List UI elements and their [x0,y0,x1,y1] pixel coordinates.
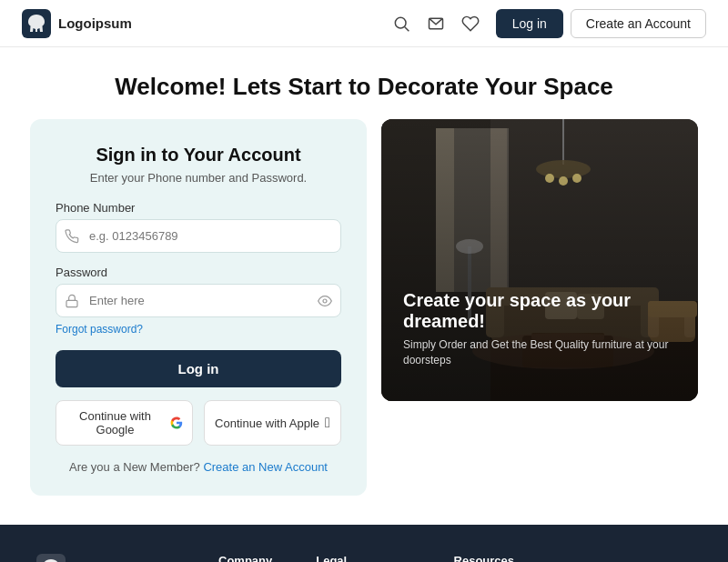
logo-icon [22,9,51,38]
footer-logo: Logoipsum [36,554,182,562]
login-button[interactable]: Log in [496,9,563,38]
login-heading: Sign in to Your Account [56,145,341,166]
forgot-password-link[interactable]: Forgot password? [56,323,341,336]
apple-login-button[interactable]: Continue with Apple  [204,400,341,446]
eye-icon[interactable] [318,294,332,308]
svg-point-5 [323,299,327,303]
footer-brand: Logoipsum Decorate your Space with Us [36,554,182,562]
room-promo-heading: Create your space as your dreamed! [403,290,676,332]
hero-title: Welcome! Lets Start to Decorate Your Spa… [18,73,710,101]
phone-input[interactable] [56,219,341,253]
footer-col-resources: Resources Documentations Papers Events D… [454,554,540,562]
footer-legal-heading: Legal [316,554,410,562]
lock-icon [65,294,79,308]
inbox-icon[interactable] [427,15,445,33]
nav-icons [392,15,480,33]
svg-line-2 [404,26,409,31]
footer-col-company: Company Blog Career Pricing [218,554,272,562]
apple-icon:  [325,415,330,431]
main-content: Sign in to Your Account Enter your Phone… [0,119,728,525]
heart-icon[interactable] [461,15,480,33]
svg-rect-4 [66,300,77,306]
login-main-button[interactable]: Log in [56,350,341,387]
create-new-account-link[interactable]: Create an New Account [203,460,328,474]
footer: Logoipsum Decorate your Space with Us Co… [0,525,728,562]
svg-point-1 [395,17,406,28]
search-icon[interactable] [392,15,410,33]
apple-label: Continue with Apple [215,416,319,430]
google-icon [170,416,183,430]
footer-resources-heading: Resources [454,554,540,562]
footer-logo-icon [36,554,66,562]
login-card: Sign in to Your Account Enter your Phone… [30,119,367,496]
phone-input-wrapper [56,219,341,253]
logo-text: Logoipsum [58,15,132,31]
footer-company-heading: Company [218,554,272,562]
password-input[interactable] [56,284,341,317]
google-login-button[interactable]: Continue with Google [56,400,193,446]
login-subtitle: Enter your Phone number and Password. [56,171,341,185]
new-member-text: Are you a New Member? [69,460,200,474]
room-promo: Create your space as your dreamed! Simpl… [381,119,698,401]
phone-icon [65,229,79,244]
password-label: Password [56,266,341,279]
room-promo-subtext: Simply Order and Get the Best Quality fu… [403,337,676,368]
password-input-wrapper [56,284,341,317]
navbar: Logoipsum Log in Create an Account [0,0,728,47]
logo: Logoipsum [22,9,132,38]
social-buttons: Continue with Google Continue with Apple… [56,400,341,446]
phone-label: Phone Number [56,201,341,215]
hero-section: Welcome! Lets Start to Decorate Your Spa… [0,47,728,119]
google-label: Continue with Google [66,409,165,437]
create-account-button[interactable]: Create an Account [571,9,706,38]
footer-columns: Company Blog Career Pricing Legal Terms … [218,554,692,562]
footer-col-legal: Legal Terms of service Privacy & Policie… [316,554,410,562]
room-overlay-text: Create your space as your dreamed! Simpl… [403,290,676,368]
new-member-section: Are you a New Member? Create an New Acco… [56,460,341,474]
